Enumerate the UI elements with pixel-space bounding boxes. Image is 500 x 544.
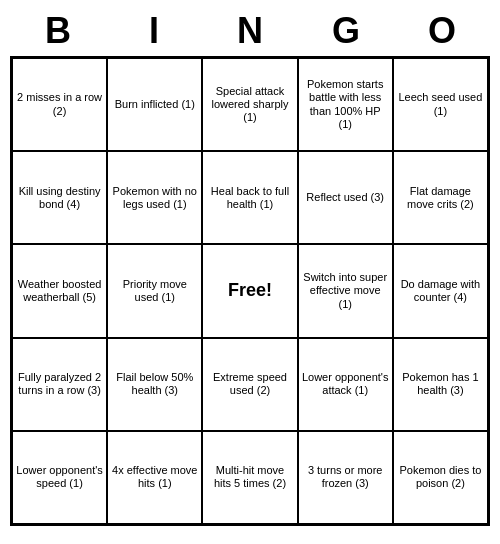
bingo-cell-24[interactable]: Pokemon dies to poison (2) [393,431,488,524]
bingo-cell-1[interactable]: Burn inflicted (1) [107,58,202,151]
bingo-cell-13[interactable]: Switch into super effective move (1) [298,244,393,337]
letter-n: N [207,10,293,52]
bingo-cell-7[interactable]: Heal back to full health (1) [202,151,297,244]
letter-o: O [399,10,485,52]
letter-g: G [303,10,389,52]
bingo-header: B I N G O [10,10,490,52]
bingo-cell-8[interactable]: Reflect used (3) [298,151,393,244]
letter-i: I [111,10,197,52]
bingo-cell-9[interactable]: Flat damage move crits (2) [393,151,488,244]
bingo-cell-11[interactable]: Priority move used (1) [107,244,202,337]
bingo-cell-12[interactable]: Free! [202,244,297,337]
bingo-cell-20[interactable]: Lower opponent's speed (1) [12,431,107,524]
bingo-grid: 2 misses in a row (2)Burn inflicted (1)S… [10,56,490,526]
bingo-cell-6[interactable]: Pokemon with no legs used (1) [107,151,202,244]
bingo-cell-17[interactable]: Extreme speed used (2) [202,338,297,431]
bingo-cell-22[interactable]: Multi-hit move hits 5 times (2) [202,431,297,524]
bingo-cell-10[interactable]: Weather boosted weatherball (5) [12,244,107,337]
bingo-cell-5[interactable]: Kill using destiny bond (4) [12,151,107,244]
bingo-cell-21[interactable]: 4x effective move hits (1) [107,431,202,524]
bingo-cell-19[interactable]: Pokemon has 1 health (3) [393,338,488,431]
letter-b: B [15,10,101,52]
bingo-cell-0[interactable]: 2 misses in a row (2) [12,58,107,151]
bingo-cell-4[interactable]: Leech seed used (1) [393,58,488,151]
bingo-cell-3[interactable]: Pokemon starts battle with less than 100… [298,58,393,151]
bingo-cell-15[interactable]: Fully paralyzed 2 turns in a row (3) [12,338,107,431]
bingo-cell-18[interactable]: Lower opponent's attack (1) [298,338,393,431]
bingo-cell-14[interactable]: Do damage with counter (4) [393,244,488,337]
bingo-cell-16[interactable]: Flail below 50% health (3) [107,338,202,431]
bingo-cell-23[interactable]: 3 turns or more frozen (3) [298,431,393,524]
bingo-cell-2[interactable]: Special attack lowered sharply (1) [202,58,297,151]
